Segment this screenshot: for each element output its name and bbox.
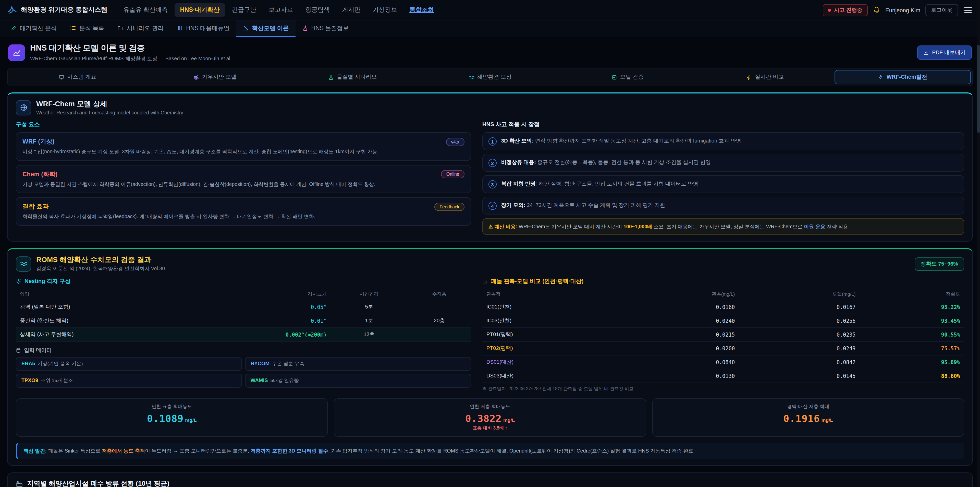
component-coupling-desc: 화학물질의 복사 효과가 기상장에 되먹임(feedback). 예: 대량의 … xyxy=(22,213,465,220)
sub-navigation-bar: 대기확산 분석 분석 목록 시나리오 관리 HNS 대응매뉴얼 확산모델 이론 … xyxy=(0,21,980,37)
nesting-col-header: 시간간격 xyxy=(331,289,407,300)
regional-discharge-card: 지역별 해양산업시설 폐수 방류 현황 (10년 평균) 울산 414,620 … xyxy=(7,472,973,487)
menu-item-reports[interactable]: 보고자료 xyxy=(263,3,299,17)
nesting-col-header: 격자크기 xyxy=(191,289,331,300)
menu-item-integrated-search[interactable]: 통합조회 xyxy=(404,3,439,17)
subtab-diffusion-model-theory[interactable]: 확산모델 이론 xyxy=(236,21,295,37)
topnav-right-cluster: 사고 진행중 Eunjeong Kim 로그아웃 xyxy=(823,4,973,16)
tab-realtime-comparison[interactable]: 실시간 비교 xyxy=(697,70,833,84)
phenol-row: IC01(인천) 0.0160 0.0167 95.22% xyxy=(482,300,964,314)
page-title: HNS 대기확산 모델 이론 및 검증 xyxy=(30,43,232,54)
metric-sub-note: 표층 대비 3.5배 ↑ xyxy=(339,425,641,431)
flask-icon xyxy=(328,74,334,80)
wrfchem-card-header: WRF-Chem 모델 상세 Weather Research and Fore… xyxy=(16,100,964,115)
subtab-hns-response-manual[interactable]: HNS 대응매뉴얼 xyxy=(170,21,236,37)
nesting-table: 영역 격자크기 시간간격 수직층 광역 (일본·대만 포함) 0.05° 5분 xyxy=(16,289,471,342)
wrfchem-card-title: WRF-Chem 모델 상세 xyxy=(36,100,183,109)
tab-wrfchem-advancement[interactable]: WRF-Chem발전 xyxy=(834,70,971,84)
pencil-icon xyxy=(11,25,17,31)
phenol-col-header: 관측점 xyxy=(482,289,618,300)
advantage-number: 1 xyxy=(488,137,496,145)
incident-status-badge[interactable]: 사고 진행중 xyxy=(823,4,867,16)
menu-item-weather-info[interactable]: 기상정보 xyxy=(367,3,403,17)
tab-system-overview[interactable]: 시스템 개요 xyxy=(9,70,146,84)
app-brand[interactable]: 해양환경 위기대응 통합시스템 xyxy=(7,5,107,15)
advantage-item: 1 3D 확산 모의: 연직 방향 확산까지 포함한 정밀 농도장 계산. 고층… xyxy=(482,132,964,150)
tab-gaussian-model[interactable]: 가우시안 모델 xyxy=(147,70,283,84)
input-item-tpxo9: TPXO9조위 15개 분조 xyxy=(16,374,242,388)
incident-dot-icon xyxy=(828,8,831,11)
component-coupling-top: 결합 효과 Feedback xyxy=(22,203,465,211)
phenol-comparison-column: 페놀 관측-모델 비교 (인천·평택·대산) 관측점 관측(mg/L) 모델(m… xyxy=(482,277,964,392)
page-header-icon xyxy=(8,44,25,61)
incident-label: 사고 진행중 xyxy=(834,6,862,14)
gear-icon xyxy=(16,278,21,284)
database-icon xyxy=(16,348,21,353)
tab-label: 해양환경 보정 xyxy=(477,73,512,81)
advantage-text: 비정상류 대응: 중규모 전환(해풍↔육풍), 돌풍, 전선 통과 등 시변 기… xyxy=(501,158,711,166)
roms-columns: Nesting 격자 구성 영역 격자크기 시간간격 수직층 xyxy=(16,277,964,392)
component-chem: Chem (화학) Online 기상 모델과 동일한 시간 스텝에서 화학종의… xyxy=(16,165,471,193)
phenol-col-header: 관측(mg/L) xyxy=(618,289,739,300)
phenol-row: PT02(평택) 0.0200 0.0249 75.57% xyxy=(482,342,964,355)
tab-label: 물질별 시나리오 xyxy=(337,73,377,81)
notification-bell-icon[interactable] xyxy=(873,6,880,14)
component-wrf-desc: 비정수압(non-hydrostatic) 중규모 기상 모델. 3차원 바람장… xyxy=(22,148,465,155)
advantage-number: 4 xyxy=(488,202,496,210)
phenol-heading-row: 페놀 관측-모델 비교 (인천·평택·대산) xyxy=(482,277,964,285)
subtab-hns-substance-info[interactable]: HNS 물질정보 xyxy=(296,21,355,37)
trend-chart-icon xyxy=(13,48,21,57)
page-scrollbar[interactable] xyxy=(977,0,980,487)
phenol-table-note: ※ 관측일자: 2023.06.27~28 / 전체 18개 관측점 중 모델 … xyxy=(482,386,964,392)
nesting-column: Nesting 격자 구성 영역 격자크기 시간간격 수직층 xyxy=(16,277,471,392)
subtab-scenario-management[interactable]: 시나리오 관리 xyxy=(111,21,170,37)
menu-item-oil-spill[interactable]: 유출유 확산예측 xyxy=(118,3,173,17)
roms-card-header: ROMS 해양확산 수치모의 검증 결과 김경옥·이문진 외 (2024), 한… xyxy=(16,255,964,272)
wrfchem-card-titles: WRF-Chem 모델 상세 Weather Research and Fore… xyxy=(36,100,183,115)
components-heading: 구성 요소 xyxy=(16,121,471,128)
input-item-era5: ERA5기상(기압·풍속·기온) xyxy=(16,357,242,371)
nesting-row: 중간역 (한반도 해역) 0.01° 1분 20층 xyxy=(16,314,471,327)
rocket-icon xyxy=(878,74,883,80)
tab-label: 가우시안 모델 xyxy=(202,73,237,81)
pdf-export-button[interactable]: PDF 내보내기 xyxy=(917,45,972,60)
page-content: HNS 대기확산 모델 이론 및 검증 WRF-Chem·Gaussian Pl… xyxy=(0,37,980,487)
subtab-analysis-list[interactable]: 분석 목록 xyxy=(63,21,111,37)
component-wrf-top: WRF (기상) v4.x xyxy=(22,137,465,146)
phenol-heading: 페놀 관측-모델 비교 (인천·평택·대산) xyxy=(491,277,584,285)
logout-button[interactable]: 로그아웃 xyxy=(925,4,958,16)
nesting-heading-row: Nesting 격자 구성 xyxy=(16,277,471,285)
page-header-text: HNS 대기확산 모델 이론 및 검증 WRF-Chem·Gaussian Pl… xyxy=(30,43,232,62)
nesting-heading: Nesting 격자 구성 xyxy=(24,277,71,285)
download-icon xyxy=(923,50,929,56)
discharge-card-header: 지역별 해양산업시설 폐수 방류 현황 (10년 평균) xyxy=(16,479,964,487)
check-circle-icon xyxy=(611,74,617,80)
tab-label: 모델 검증 xyxy=(620,73,644,81)
wrfchem-components-column: 구성 요소 WRF (기상) v4.x 비정수압(non-hydrostatic… xyxy=(16,121,471,235)
scrollbar-thumb[interactable] xyxy=(977,45,980,133)
wrfchem-detail-card: WRF-Chem 모델 상세 Weather Research and Fore… xyxy=(7,93,973,241)
roms-card-subtitle: 김경옥·이문진 외 (2024), 한국해양환경·안전학회지 Vol.30 xyxy=(36,266,165,272)
component-coupling-badge: Feedback xyxy=(434,203,464,211)
menu-item-emergency-rescue[interactable]: 긴급구난 xyxy=(226,3,262,17)
metric-incheon-bottom: 인천 저층 최대농도 0.3822mg/L 표층 대비 3.5배 ↑ xyxy=(334,398,646,437)
roms-validation-card: ROMS 해양확산 수치모의 검증 결과 김경옥·이문진 외 (2024), 한… xyxy=(7,248,973,466)
menu-item-hns-atmospheric[interactable]: HNS·대기확산 xyxy=(175,3,225,17)
component-chem-name: Chem (화학) xyxy=(22,170,57,179)
tab-substance-scenarios[interactable]: 물질별 시나리오 xyxy=(284,70,421,84)
menu-item-board[interactable]: 게시판 xyxy=(336,3,366,17)
wrfchem-card-subtitle: Weather Research and Forecasting model c… xyxy=(36,110,183,115)
subtab-label: HNS 대응매뉴얼 xyxy=(186,24,229,32)
advantage-text: 복잡 지형 반영: 해안 절벽, 항만 구조물, 인접 도시의 건물 효과를 지… xyxy=(501,180,698,188)
hamburger-menu-icon[interactable] xyxy=(963,5,973,15)
tab-model-validation[interactable]: 모델 검증 xyxy=(559,70,696,84)
component-chem-top: Chem (화학) Online xyxy=(22,170,465,179)
subtab-atmospheric-analysis[interactable]: 대기확산 분석 xyxy=(4,21,63,37)
advantage-item: 2 비정상류 대응: 중규모 전환(해풍↔육풍), 돌풍, 전선 통과 등 시변… xyxy=(482,154,964,172)
tab-marine-correction[interactable]: 해양환경 보정 xyxy=(422,70,558,84)
phenol-col-header: 모델(mg/L) xyxy=(739,289,859,300)
phenol-row: IC03(인천) 0.0240 0.0256 93.45% xyxy=(482,314,964,327)
roms-card-title: ROMS 해양확산 수치모의 검증 결과 xyxy=(36,255,165,265)
wrfchem-columns: 구성 요소 WRF (기상) v4.x 비정수압(non-hydrostatic… xyxy=(16,121,964,235)
menu-item-aerial-search[interactable]: 항공탐색 xyxy=(300,3,335,17)
